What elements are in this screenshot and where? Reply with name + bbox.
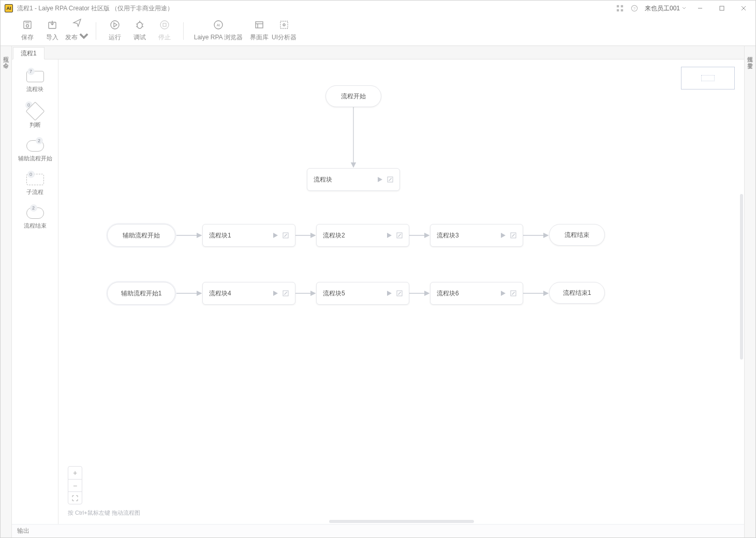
play-icon[interactable]	[377, 176, 383, 183]
user-dropdown[interactable]: 来也员工001	[645, 4, 686, 13]
minimize-button[interactable]	[692, 3, 708, 13]
edit-icon[interactable]	[396, 232, 403, 238]
svg-line-18	[142, 24, 143, 24]
stop-button: 停止	[152, 18, 177, 44]
node-block-1[interactable]: 流程块1	[202, 224, 295, 247]
svg-point-15	[137, 22, 142, 28]
minimap[interactable]	[681, 67, 735, 89]
play-icon[interactable]	[386, 290, 392, 296]
run-button[interactable]: 运行	[102, 18, 127, 44]
palette-end[interactable]: 2 流程结束	[24, 207, 47, 230]
debug-button[interactable]: 调试	[127, 18, 152, 44]
maximize-button[interactable]	[714, 3, 730, 13]
svg-line-17	[136, 24, 137, 24]
palette-block[interactable]: 7 流程块	[26, 71, 44, 93]
edit-icon[interactable]	[510, 232, 516, 238]
uilib-button[interactable]: 界面库	[247, 18, 272, 44]
apps-icon[interactable]	[616, 4, 624, 12]
zoom-controls: + −	[68, 466, 82, 504]
tab-bar: 流程1	[12, 46, 744, 59]
svg-rect-22	[163, 23, 166, 26]
rail-variables[interactable]: 变量	[746, 55, 754, 62]
node-palette: 7 流程块 0 判断 2 辅助流程开始 0	[12, 59, 58, 524]
palette-aux-start[interactable]: 2 辅助流程开始	[18, 140, 52, 162]
node-block-4[interactable]: 流程块4	[202, 282, 295, 305]
svg-rect-3	[621, 9, 623, 11]
play-icon[interactable]	[272, 232, 278, 238]
edit-icon[interactable]	[283, 232, 289, 238]
node-end-2[interactable]: 流程结束1	[549, 282, 605, 304]
user-name: 来也员工001	[645, 4, 680, 13]
titlebar: AI 流程1 - Laiye RPA Creator 社区版 （仅用于非商业用途…	[1, 1, 755, 16]
browser-button[interactable]: AI Laiye RPA 浏览器	[190, 18, 247, 44]
svg-rect-1	[621, 5, 623, 7]
node-main-block[interactable]: 流程块	[307, 168, 400, 191]
svg-rect-28	[280, 21, 288, 28]
flow-canvas[interactable]: 流程开始 流程块 辅助流程开始 流程块	[58, 59, 744, 524]
svg-rect-0	[617, 5, 619, 7]
node-aux-start-2[interactable]: 辅助流程开始1	[107, 282, 175, 305]
node-block-2[interactable]: 流程块2	[316, 224, 409, 247]
node-end-1[interactable]: 流程结束	[549, 224, 605, 246]
zoom-fit-button[interactable]	[68, 491, 82, 504]
edit-icon[interactable]	[396, 290, 403, 296]
play-icon[interactable]	[500, 290, 506, 296]
chevron-down-icon	[79, 31, 89, 41]
node-aux-start-1[interactable]: 辅助流程开始	[107, 224, 175, 247]
toolbar: 保存 导入 发布 运行 调试 停止	[1, 16, 755, 46]
save-button[interactable]: 保存	[15, 18, 40, 44]
left-rail: 流程 命令	[1, 46, 12, 537]
node-block-6[interactable]: 流程块6	[430, 282, 523, 305]
svg-point-29	[283, 24, 285, 26]
node-start[interactable]: 流程开始	[325, 85, 381, 107]
palette-subprocess[interactable]: 0 子流程	[26, 174, 44, 196]
svg-line-20	[142, 26, 143, 27]
rail-command[interactable]: 命令	[2, 55, 10, 62]
edit-icon[interactable]	[387, 176, 393, 183]
node-block-3[interactable]: 流程块3	[430, 224, 523, 247]
svg-rect-2	[617, 9, 619, 11]
svg-rect-25	[256, 22, 263, 28]
window-title: 流程1 - Laiye RPA Creator 社区版 （仅用于非商业用途）	[17, 4, 616, 13]
chevron-down-icon	[682, 6, 686, 10]
svg-line-19	[136, 26, 137, 27]
zoom-out-button[interactable]: −	[68, 479, 82, 491]
palette-decision[interactable]: 0 判断	[28, 104, 42, 129]
play-icon[interactable]	[272, 290, 278, 296]
tab-process1[interactable]: 流程1	[13, 47, 45, 59]
play-icon[interactable]	[386, 232, 392, 238]
node-block-5[interactable]: 流程块5	[316, 282, 409, 305]
import-button[interactable]: 导入	[40, 18, 65, 44]
canvas-hint: 按 Ctrl+鼠标左键 拖动流程图	[68, 509, 140, 517]
svg-text:?: ?	[633, 6, 636, 11]
close-button[interactable]	[736, 3, 751, 13]
horizontal-scrollbar[interactable]	[329, 520, 474, 523]
edit-icon[interactable]	[510, 290, 516, 296]
app-icon: AI	[5, 4, 13, 12]
svg-text:AI: AI	[217, 23, 220, 27]
svg-point-14	[111, 21, 119, 29]
zoom-in-button[interactable]: +	[68, 467, 82, 479]
rail-process[interactable]: 流程	[2, 49, 10, 55]
svg-rect-7	[720, 6, 724, 10]
edit-icon[interactable]	[283, 290, 289, 296]
play-icon[interactable]	[500, 232, 506, 238]
svg-point-21	[160, 21, 169, 29]
right-rail: 属性 变量	[744, 46, 755, 537]
analyzer-button[interactable]: UI分析器	[272, 18, 297, 44]
publish-button[interactable]: 发布	[65, 18, 90, 44]
rail-properties[interactable]: 属性	[746, 49, 754, 55]
output-panel-header[interactable]: 输出	[12, 524, 744, 537]
help-icon[interactable]: ?	[630, 4, 639, 12]
svg-point-12	[26, 25, 29, 27]
vertical-scrollbar[interactable]	[740, 194, 743, 360]
